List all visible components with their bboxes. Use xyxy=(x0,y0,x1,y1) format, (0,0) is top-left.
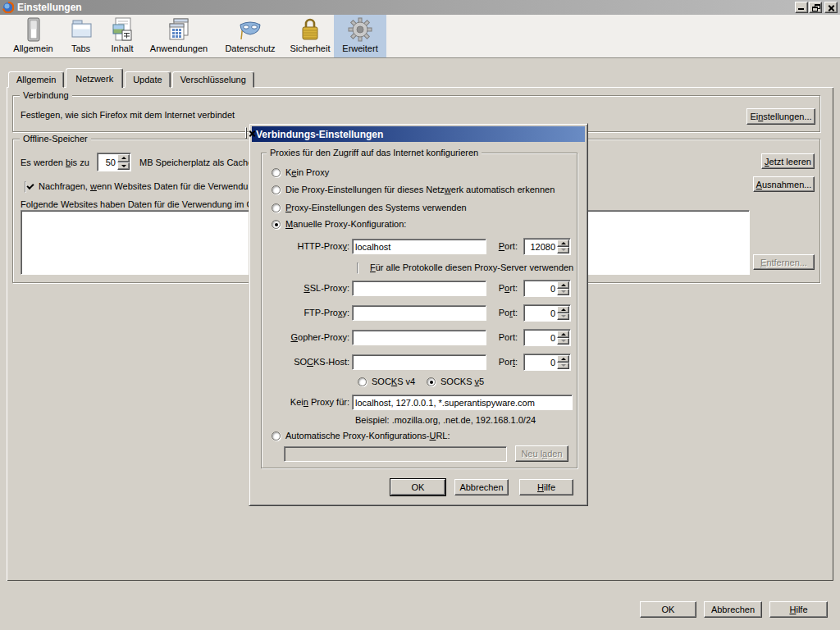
dialog-ok-button[interactable]: OK xyxy=(390,479,445,495)
http-proxy-input[interactable] xyxy=(352,239,486,254)
clear-cache-button[interactable]: Jetzt leeren xyxy=(761,153,815,169)
firefox-options-window: Einstellungen Allgemein Tabs Inhalt xyxy=(0,0,840,630)
ftp-port-label: Port: xyxy=(482,308,518,317)
reload-button[interactable]: Neu laden xyxy=(515,445,568,462)
socks-port-spinner xyxy=(523,354,571,371)
tab-allgemein[interactable]: Allgemein xyxy=(8,71,64,88)
socks-port-label: Port: xyxy=(482,357,518,367)
socks-port-input[interactable] xyxy=(525,355,555,369)
remove-site-button[interactable]: Entfernen... xyxy=(753,254,815,270)
gopher-proxy-row: Gopher-Proxy: Port: xyxy=(249,330,589,347)
toolbar-item-inhalt[interactable]: Inhalt xyxy=(101,15,144,57)
radio-no-proxy[interactable]: Kein Proxy xyxy=(272,167,329,178)
arrow-up-icon xyxy=(561,242,566,244)
radio-icon xyxy=(358,377,367,386)
spin-down-button[interactable] xyxy=(557,247,569,254)
toolbar-item-allgemein[interactable]: Allgemein xyxy=(6,15,61,57)
arrow-down-icon xyxy=(561,249,566,251)
tab-netzwerk[interactable]: Netzwerk xyxy=(66,68,123,88)
toolbar-item-erweitert[interactable]: Erweitert xyxy=(334,15,386,57)
dialog-help-button[interactable]: Hilfe xyxy=(519,479,573,495)
arrow-down-icon xyxy=(121,165,126,167)
restore-button[interactable] xyxy=(809,2,822,13)
ftp-port-input[interactable] xyxy=(525,306,555,320)
radio-socks-v5[interactable]: SOCKS v5 xyxy=(427,377,484,387)
main-help-button[interactable]: Hilfe xyxy=(769,601,828,618)
cache-size-spinner[interactable] xyxy=(97,153,131,171)
tab-update[interactable]: Update xyxy=(125,71,170,88)
arrow-up-icon xyxy=(561,358,566,360)
http-port-input[interactable] xyxy=(525,240,555,253)
arrow-down-icon xyxy=(561,364,566,367)
exceptions-button[interactable]: Ausnahmen... xyxy=(753,176,815,192)
no-proxy-example: Beispiel: .mozilla.org, .net.de, 192.168… xyxy=(355,415,536,426)
socks-host-label: SOCKS-Host: xyxy=(264,357,349,367)
tab-strip: Allgemein Netzwerk Update Verschlüsselun… xyxy=(8,68,256,88)
toolbar-item-label: Allgemein xyxy=(13,43,52,53)
cache-size-input[interactable] xyxy=(98,154,116,170)
dialog-cancel-button[interactable]: Abbrechen xyxy=(454,479,509,495)
ssl-proxy-input[interactable] xyxy=(352,281,486,296)
mask-icon xyxy=(237,16,263,43)
radio-system-proxy[interactable]: Proxy-Einstellungen des Systems verwende… xyxy=(272,203,467,213)
spin-up-button[interactable] xyxy=(557,306,569,313)
radio-icon xyxy=(427,377,436,386)
ftp-proxy-label: FTP-Proxy: xyxy=(264,308,349,317)
ftp-proxy-input[interactable] xyxy=(352,305,486,321)
gopher-port-spinner xyxy=(523,329,571,346)
radio-icon xyxy=(272,203,281,212)
spin-up-button[interactable] xyxy=(557,281,569,289)
spin-down-button[interactable] xyxy=(557,363,569,370)
socks-host-input[interactable] xyxy=(352,354,486,370)
page-image-icon xyxy=(109,16,135,43)
minimize-button[interactable] xyxy=(795,2,808,13)
gear-icon xyxy=(347,16,373,43)
spin-down-button[interactable] xyxy=(557,289,569,296)
main-ok-button[interactable]: OK xyxy=(640,601,696,618)
close-button[interactable] xyxy=(824,2,838,13)
radio-icon xyxy=(272,220,281,229)
spin-up-button[interactable] xyxy=(557,355,569,363)
toolbar-item-tabs[interactable]: Tabs xyxy=(61,15,101,57)
tab-verschluesselung[interactable]: Verschlüsselung xyxy=(172,71,254,88)
auto-url-input[interactable] xyxy=(284,446,507,462)
connection-settings-button[interactable]: Einstellungen... xyxy=(746,108,815,125)
spin-down-button[interactable] xyxy=(557,338,569,345)
cache-spin-down-button[interactable] xyxy=(117,162,130,171)
share-proxy-checkbox[interactable] xyxy=(357,262,358,274)
switch-icon xyxy=(21,16,47,43)
radio-manual-proxy[interactable]: Manuelle Proxy-Konfiguration: xyxy=(272,219,406,230)
ssl-proxy-row: SSL-Proxy: Port: xyxy=(249,281,589,298)
padlock-icon xyxy=(297,16,323,43)
toolbar-item-sicherheit[interactable]: Sicherheit xyxy=(286,15,334,57)
ftp-port-spinner xyxy=(523,304,571,322)
spin-down-button[interactable] xyxy=(557,313,569,321)
http-port-label: Port: xyxy=(482,241,518,251)
arrow-up-icon xyxy=(561,308,566,311)
arrow-up-icon xyxy=(561,333,566,336)
gopher-proxy-label: Gopher-Proxy: xyxy=(264,332,349,342)
gopher-proxy-input[interactable] xyxy=(352,330,486,345)
main-cancel-button[interactable]: Abbrechen xyxy=(704,601,762,618)
gopher-port-input[interactable] xyxy=(525,331,555,345)
dialog-close-button[interactable] xyxy=(245,127,247,139)
radio-socks-v4[interactable]: SOCKS v4 xyxy=(358,377,415,387)
radio-icon xyxy=(272,168,281,177)
sites-list-label: Folgende Websites haben Daten für die Ve… xyxy=(21,199,253,210)
spin-up-button[interactable] xyxy=(557,240,569,247)
ssl-proxy-label: SSL-Proxy: xyxy=(264,283,349,293)
spin-up-button[interactable] xyxy=(557,331,569,338)
radio-auto-detect[interactable]: Die Proxy-Einstellungen für dieses Netzw… xyxy=(272,185,555,195)
ftp-proxy-row: FTP-Proxy: Port: xyxy=(249,305,589,322)
toolbar-item-anwendungen[interactable]: Anwendungen xyxy=(144,15,214,57)
toolbar-item-datenschutz[interactable]: Datenschutz xyxy=(214,15,286,57)
no-proxy-row: Kein Proxy für: xyxy=(249,395,589,412)
radio-auto-url[interactable]: Automatische Proxy-Konfigurations-URL: xyxy=(272,431,450,441)
window-titlebar: Einstellungen xyxy=(0,0,840,15)
ssl-port-input[interactable] xyxy=(525,281,555,295)
ask-storage-checkbox[interactable] xyxy=(25,181,26,193)
firefox-icon xyxy=(2,2,14,13)
cache-spin-up-button[interactable] xyxy=(117,154,130,162)
arrow-up-icon xyxy=(121,157,126,159)
no-proxy-input[interactable] xyxy=(352,395,573,410)
